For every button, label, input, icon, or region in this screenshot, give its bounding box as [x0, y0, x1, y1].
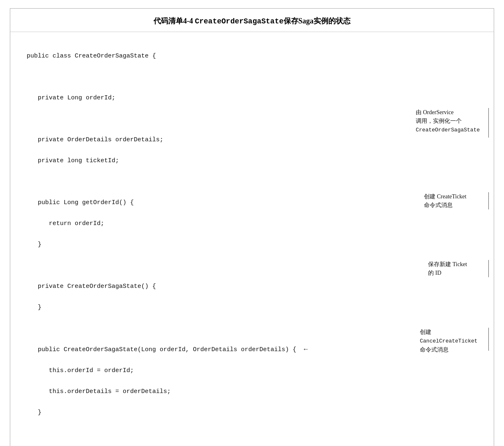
code-line-2 — [27, 72, 481, 83]
annotation-4-vline — [488, 328, 489, 351]
code-line-13: } — [27, 302, 481, 313]
code-line-18: } — [27, 407, 481, 418]
annotation-3: 保存新建 Ticket的 ID — [428, 260, 481, 277]
code-line-8: public Long getOrderId() { — [27, 198, 481, 208]
annotation-3-text: 保存新建 Ticket的 ID — [428, 261, 467, 276]
annotation-4: 创建CancelCreateTicket命令式消息 — [420, 328, 481, 354]
content-area: public class CreateOrderSagaState { priv… — [10, 32, 494, 446]
title-suffix: 保存Saga实例的状态 — [284, 17, 351, 25]
code-line-1: public class CreateOrderSagaState { — [27, 51, 481, 62]
code-line-10: } — [27, 239, 481, 250]
code-line-6: private long ticketId; — [27, 156, 481, 166]
title-code: CreateOrderSagaState — [195, 17, 284, 25]
page-container: 代码清单4-4 CreateOrderSagaState保存Saga实例的状态 … — [10, 8, 494, 446]
annotation-4-text: 创建CancelCreateTicket命令式消息 — [420, 329, 477, 353]
annotation-2-text: 创建 CreateTicket命令式消息 — [424, 193, 466, 208]
code-block: public class CreateOrderSagaState { priv… — [27, 40, 481, 446]
title-bar: 代码清单4-4 CreateOrderSagaState保存Saga实例的状态 — [10, 9, 494, 32]
code-line-19 — [27, 428, 481, 439]
annotation-1: 由 OrderService调用，实例化一个CreateOrderSagaSta… — [416, 108, 481, 134]
code-line-5: private OrderDetails orderDetails; — [27, 135, 481, 145]
code-line-17: this.orderDetails = orderDetails; — [27, 386, 481, 397]
annotation-1-text: 由 OrderService调用，实例化一个CreateOrderSagaSta… — [416, 109, 480, 133]
code-line-16: this.orderId = orderId; — [27, 366, 481, 376]
annotation-2: 创建 CreateTicket命令式消息 — [424, 192, 481, 209]
annotation-1-vline — [488, 108, 489, 138]
code-line-9: return orderId; — [27, 218, 481, 229]
code-line-11 — [27, 260, 481, 271]
annotation-2-vline — [488, 192, 489, 209]
title-prefix: 代码清单4-4 — [153, 17, 195, 25]
code-line-7 — [27, 177, 481, 187]
code-line-14 — [27, 323, 481, 334]
annotation-3-vline — [488, 260, 489, 277]
code-line-3: private Long orderId; — [27, 93, 481, 103]
code-line-12: private CreateOrderSagaState() { — [27, 281, 481, 292]
code-line-4 — [27, 114, 481, 124]
code-line-15: public CreateOrderSagaState(Long orderId… — [27, 344, 481, 355]
